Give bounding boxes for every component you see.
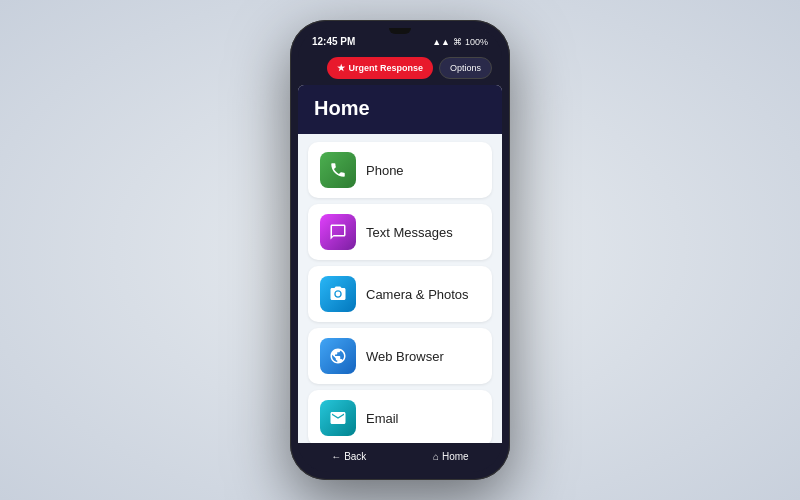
camera-label: Camera & Photos — [366, 287, 469, 302]
urgent-label: Urgent Response — [348, 63, 423, 73]
phone-icon — [320, 152, 356, 188]
app-item-camera[interactable]: Camera & Photos — [308, 266, 492, 322]
web-label: Web Browser — [366, 349, 444, 364]
bottom-nav: ← Back ⌂ Home — [298, 443, 502, 472]
back-label: ← Back — [331, 451, 366, 462]
page-title: Home — [314, 97, 486, 120]
action-bar: ★ Urgent Response Options — [298, 51, 502, 85]
options-label: Options — [450, 63, 481, 73]
app-item-sms[interactable]: Text Messages — [308, 204, 492, 260]
status-bar: 12:45 PM ▲▲ ⌘ 100% — [298, 28, 502, 51]
options-button[interactable]: Options — [439, 57, 492, 79]
status-time: 12:45 PM — [312, 36, 355, 47]
battery-label: 100% — [465, 37, 488, 47]
camera-icon — [320, 276, 356, 312]
email-label: Email — [366, 411, 399, 426]
notch — [389, 28, 411, 34]
web-icon — [320, 338, 356, 374]
signal-icon: ▲▲ — [432, 37, 450, 47]
screen-content: Home Phone — [298, 85, 502, 443]
email-icon — [320, 400, 356, 436]
home-header: Home — [298, 85, 502, 134]
wifi-icon: ⌘ — [453, 37, 462, 47]
back-button[interactable]: ← Back — [331, 451, 366, 462]
star-icon: ★ — [337, 63, 345, 73]
home-nav-label: ⌂ Home — [433, 451, 469, 462]
phone-screen: 12:45 PM ▲▲ ⌘ 100% ★ Urgent Response Opt… — [298, 28, 502, 472]
sms-icon — [320, 214, 356, 250]
phone-label: Phone — [366, 163, 404, 178]
sms-label: Text Messages — [366, 225, 453, 240]
app-item-phone[interactable]: Phone — [308, 142, 492, 198]
home-button[interactable]: ⌂ Home — [433, 451, 469, 462]
status-icons: ▲▲ ⌘ 100% — [432, 37, 488, 47]
app-item-web[interactable]: Web Browser — [308, 328, 492, 384]
app-item-email[interactable]: Email — [308, 390, 492, 443]
app-list: Phone Text Messages — [298, 134, 502, 443]
urgent-response-button[interactable]: ★ Urgent Response — [327, 57, 433, 79]
phone-device: 12:45 PM ▲▲ ⌘ 100% ★ Urgent Response Opt… — [290, 20, 510, 480]
svg-point-0 — [336, 292, 341, 297]
